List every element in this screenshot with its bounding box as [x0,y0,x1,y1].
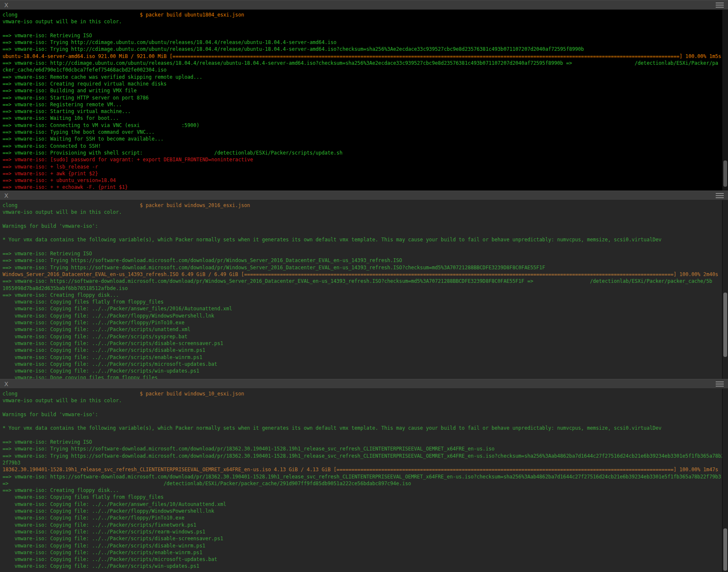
terminal-line: clong $ packer build windows_10_esxi.jso… [3,390,722,397]
terminal-line: vmware-iso: Copying files flatly from fl… [3,494,722,500]
terminal-line: ==> vmware-iso: Connecting to VM via VNC… [3,122,722,129]
terminal-line: ==> vmware-iso: Retrieving ISO [3,32,722,39]
terminal-line: ==> vmware-iso: + ubuntu_version=18.04 [3,177,722,184]
scrollbar-thumb[interactable] [723,293,727,357]
terminal-line: vmware-iso: Copying file: ../../Packer/s… [3,333,722,340]
pane-titlebar[interactable]: X [0,191,728,200]
terminal-line: vmware-iso: Copying file: ../../Packer/s… [3,535,722,542]
terminal-window: X clong $ packer build ubuntu1804_esxi.j… [0,0,728,572]
terminal-line: Warnings for build 'vmware-iso': [3,411,722,418]
terminal-line: vmware-iso: Copying file: ../../Packer/f… [3,508,722,514]
terminal-line: ==> vmware-iso: http://cdimage.ubuntu.co… [3,60,722,66]
terminal-line: vmware-iso: Copying file: ../../Packer/s… [3,347,722,354]
terminal-line: ==> vmware-iso: Creating required virtua… [3,80,722,87]
terminal-line: ==> vmware-iso: https://software-downloa… [3,278,722,285]
terminal-output: clong $ packer build ubuntu1804_esxi.jso… [3,11,722,191]
terminal-line: vmware-iso: Copying file: ../../Packer/a… [3,305,722,312]
scrollbar-track[interactable] [722,10,728,191]
terminal-line [3,243,722,250]
terminal-line: vmware-iso: Copying file: ../../Packer/f… [3,312,722,319]
terminal-line: 1055098d7ba8d2d635babf6bb76518512afbde.i… [3,285,722,292]
terminal-line: ==> vmware-iso: Creating floppy disk... [3,487,722,494]
terminal-line: 2f79b3 [3,459,722,466]
close-icon[interactable]: X [4,381,8,387]
terminal-line: ==> vmware-iso: Retrieving ISO [3,250,722,257]
terminal-line: vmware-iso output will be in this color. [3,209,722,216]
terminal-line: ==> vmware-iso: Trying http://cdimage.ub… [3,46,722,53]
terminal-line: vmware-iso: Copying file: ../../Packer/a… [3,501,722,508]
terminal-line: cker_cache/e6d790e1cf0dcbca7fefef75468ac… [3,66,722,73]
terminal-line: clong $ packer build ubuntu1804_esxi.jso… [3,11,722,18]
terminal-pane-windows2016: X clong $ packer build windows_2016_esxi… [0,191,728,379]
pane-titlebar[interactable]: X [0,379,728,389]
terminal-pane-ubuntu1804: X clong $ packer build ubuntu1804_esxi.j… [0,0,728,191]
scrollbar-thumb[interactable] [723,160,727,187]
terminal-line [3,229,722,236]
terminal-line: ==> vmware-iso: Trying https://software-… [3,257,722,264]
pane-titlebar[interactable]: X [0,0,728,10]
terminal-pane-windows10: X clong $ packer build windows_10_esxi.j… [0,379,728,572]
terminal-line: vmware-iso: Done copying files from flop… [3,374,722,379]
terminal-line: ==> vmware-iso: + + echoawk -F. {print $… [3,184,722,191]
scrollbar-track[interactable] [722,389,728,572]
close-icon[interactable]: X [4,193,8,199]
terminal-line: Warnings for build 'vmware-iso': [3,223,722,229]
terminal-line: vmware-iso: Copying file: ../../Packer/s… [3,563,722,569]
terminal-line: Windows_Server_2016_Datacenter_EVAL_en-u… [3,271,722,278]
terminal-line: vmware-iso: Copying file: ../../Packer/s… [3,556,722,563]
terminal-line [3,25,722,32]
terminal-line: ==> vmware-iso: Trying https://software-… [3,453,722,459]
terminal-output: clong $ packer build windows_2016_esxi.j… [3,202,722,379]
terminal-line: ==> vmware-iso: Trying http://cdimage.ub… [3,39,722,46]
terminal-line: ==> vmware-iso: Starting HTTP server on … [3,94,722,101]
terminal-line [3,216,722,223]
terminal-line: vmware-iso: Copying files flatly from fl… [3,298,722,305]
scrollbar-thumb[interactable] [723,528,727,571]
terminal-line [3,432,722,439]
terminal-line: vmware-iso: Copying file: ../../Packer/s… [3,549,722,556]
terminal-line: ==> vmware-iso: Starting virtual machine… [3,108,722,115]
terminal-line: 18362.30.190401-1528.19h1_release_svc_re… [3,466,722,473]
terminal-line: ==> vmware-iso: [sudo] password for vagr… [3,156,722,163]
terminal-line: vmware-iso: Copying file: ../../Packer/f… [3,514,722,521]
close-icon[interactable]: X [4,2,8,8]
terminal-line: ==> vmware-iso: Creating floppy disk... [3,292,722,298]
terminal-line: vmware-iso: Copying file: ../../Packer/s… [3,528,722,535]
terminal-line: * Your vmx data contains the following v… [3,236,722,243]
terminal-line: * Your vmx data contains the following v… [3,425,722,431]
terminal-content-ubuntu1804[interactable]: clong $ packer build ubuntu1804_esxi.jso… [0,10,728,191]
menu-bars-icon[interactable] [716,193,724,198]
terminal-line: vmware-iso: Copying file: ../../Packer/s… [3,522,722,528]
terminal-line: ==> vmware-iso: Retrieving ISO [3,439,722,445]
terminal-line: => /detectionlab/ESXi/Packer/packer_cach… [3,480,722,487]
terminal-content-windows2016[interactable]: clong $ packer build windows_2016_esxi.j… [0,200,728,379]
terminal-line: ==> vmware-iso: https://software-downloa… [3,473,722,480]
terminal-line: ==> vmware-iso: Trying https://software-… [3,264,722,271]
terminal-line: vmware-iso: Copying file: ../../Packer/s… [3,326,722,333]
terminal-line: ==> vmware-iso: Registering remote VM... [3,101,722,108]
menu-bars-icon[interactable] [716,3,724,8]
terminal-line: ==> vmware-iso: + awk {print $2} [3,170,722,177]
terminal-line: ubuntu-18.04.4-server-amd64.iso 921.00 M… [3,53,722,60]
terminal-line: ==> vmware-iso: Remote cache was verifie… [3,74,722,80]
scrollbar-track[interactable] [722,200,728,379]
terminal-line: ==> vmware-iso: + lsb_release -r [3,163,722,170]
terminal-line: ==> vmware-iso: Trying https://software-… [3,445,722,452]
terminal-line: vmware-iso: Copying file: ../../Packer/s… [3,340,722,347]
terminal-line: ==> vmware-iso: Waiting 10s for boot... [3,115,722,122]
terminal-line: clong $ packer build windows_2016_esxi.j… [3,202,722,209]
terminal-line: vmware-iso: Copying file: ../../Packer/f… [3,319,722,326]
terminal-line: vmware-iso: Copying file: ../../Packer/s… [3,368,722,374]
terminal-line: vmware-iso output will be in this color. [3,18,722,25]
terminal-line: ==> vmware-iso: Connected to SSH! [3,143,722,149]
menu-bars-icon[interactable] [716,381,724,387]
terminal-line [3,418,722,425]
terminal-line [3,404,722,411]
terminal-line: ==> vmware-iso: Typing the boot command … [3,129,722,135]
terminal-line: vmware-iso: Copying file: ../../Packer/s… [3,542,722,549]
terminal-output: clong $ packer build windows_10_esxi.jso… [3,390,722,570]
terminal-line: vmware-iso: Copying file: ../../Packer/s… [3,361,722,368]
terminal-content-windows10[interactable]: clong $ packer build windows_10_esxi.jso… [0,389,728,572]
terminal-line: vmware-iso: Copying file: ../../Packer/s… [3,354,722,361]
terminal-line: ==> vmware-iso: Building and writing VMX… [3,87,722,94]
